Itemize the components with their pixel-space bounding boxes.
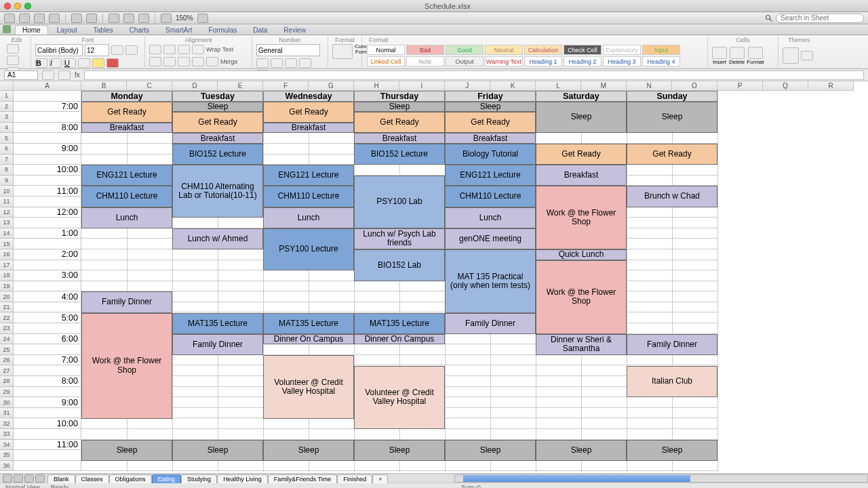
cell-styles-gallery[interactable]: NormalBadGoodNeutralCalculationCheck Cel… [366, 44, 704, 67]
schedule-block[interactable]: Volunteer @ Credit Valley Hospital [354, 366, 445, 430]
column-header[interactable]: G [309, 81, 354, 91]
row-header[interactable]: 34 [0, 440, 14, 451]
sheet-tab[interactable]: Healthy Living [217, 474, 268, 483]
sheet-tab[interactable]: Obligations [109, 474, 152, 483]
search-input[interactable] [776, 14, 864, 23]
schedule-block[interactable]: Lunch w/ Psych Lab friends [354, 228, 445, 249]
row-header[interactable]: 22 [0, 312, 14, 323]
cancel-icon[interactable] [42, 70, 54, 80]
shrink-font-icon[interactable] [125, 45, 138, 55]
ribbon-tab-smartart[interactable]: SmartArt [158, 25, 199, 35]
underline-button[interactable]: U [64, 58, 76, 68]
schedule-block[interactable]: Dinner w Sheri & Samantha [536, 334, 627, 355]
column-headers[interactable]: ABCDEFGHIJKLMNOPQR [0, 81, 868, 91]
sheet-tab[interactable]: Family&Friends Time [268, 474, 338, 483]
align-right-icon[interactable] [178, 57, 190, 66]
schedule-block[interactable]: ENG121 Lecture [263, 165, 354, 186]
grow-font-icon[interactable] [111, 45, 123, 55]
style-swatch[interactable]: Warning Text [485, 56, 523, 66]
style-swatch[interactable]: Good [446, 45, 484, 55]
schedule-block[interactable]: Breakfast [81, 123, 172, 134]
ribbon-tab-formulas[interactable]: Formulas [201, 25, 245, 35]
zoom-level[interactable]: 150% [176, 14, 193, 22]
select-all-corner[interactable] [0, 81, 14, 91]
column-header[interactable]: E [218, 81, 263, 91]
indent-dec-icon[interactable] [192, 57, 204, 66]
schedule-block[interactable]: Sleep [354, 440, 445, 461]
row-header[interactable]: 21 [0, 302, 14, 313]
row-header[interactable]: 14 [0, 228, 14, 239]
column-header[interactable]: K [490, 81, 536, 91]
schedule-block[interactable]: Family Dinner [81, 291, 172, 312]
ribbon-tab-layout[interactable]: Layout [50, 25, 85, 35]
row-header[interactable]: 29 [0, 387, 14, 398]
tab-nav-next-icon[interactable] [24, 474, 34, 483]
column-header[interactable]: P [717, 81, 763, 91]
schedule-block[interactable]: Work @ the Flower Shop [81, 313, 172, 419]
schedule-block[interactable]: Sleep [445, 440, 536, 461]
style-swatch[interactable]: Linked Cell [367, 56, 405, 66]
schedule-block[interactable]: Sleep [627, 440, 717, 461]
row-header[interactable]: 10 [0, 186, 14, 197]
ribbon-tab-home[interactable]: Home [15, 25, 48, 35]
schedule-block[interactable]: Work @ the Flower Shop [536, 186, 627, 249]
schedule-block[interactable]: Family Dinner [445, 313, 536, 334]
column-header[interactable]: R [808, 81, 854, 91]
row-header[interactable]: 13 [0, 218, 14, 228]
row-header[interactable]: 27 [0, 365, 14, 376]
column-header[interactable]: C [127, 81, 172, 91]
schedule-block[interactable]: PSY100 Lecture [263, 228, 354, 270]
column-header[interactable]: Q [763, 81, 808, 91]
align-bottom-icon[interactable] [178, 45, 190, 54]
help-icon[interactable] [161, 14, 172, 23]
italic-button[interactable]: I [50, 58, 62, 68]
schedule-block[interactable]: MAT135 Lecture [263, 313, 354, 334]
row-header[interactable]: 12 [0, 207, 14, 218]
merge-button[interactable]: Merge [220, 58, 238, 65]
row-header[interactable]: 6 [0, 144, 14, 155]
schedule-block[interactable]: BIO152 Lab [354, 249, 445, 281]
column-header[interactable]: O [672, 81, 717, 91]
row-header[interactable]: 26 [0, 355, 14, 366]
fill-button[interactable] [7, 56, 19, 65]
column-header[interactable]: A [14, 81, 81, 91]
add-sheet-button[interactable]: + [372, 474, 388, 483]
schedule-block[interactable]: ENG121 Lecture [81, 165, 172, 186]
schedule-block[interactable]: Dinner On Campus [263, 334, 354, 345]
schedule-block[interactable]: Lunch [445, 207, 536, 228]
home-icon[interactable] [3, 25, 11, 33]
formula-input[interactable] [84, 70, 864, 80]
column-header[interactable]: M [581, 81, 627, 91]
chart-icon[interactable] [138, 14, 149, 23]
schedule-block[interactable]: Work @ the Flower Shop [536, 260, 627, 334]
row-header[interactable]: 32 [0, 418, 14, 429]
save-icon[interactable] [4, 14, 15, 23]
schedule-block[interactable]: Get Ready [627, 144, 717, 165]
row-header[interactable]: 17 [0, 260, 14, 271]
row-header[interactable]: 4 [0, 123, 14, 134]
schedule-block[interactable]: CHM110 Alternating Lab or Tutorial(10-11… [172, 165, 263, 218]
delete-button[interactable] [730, 47, 745, 59]
style-swatch[interactable]: Output [446, 56, 484, 66]
column-header[interactable]: D [172, 81, 218, 91]
undo-icon[interactable] [34, 14, 45, 23]
schedule-block[interactable]: Biology Tutorial [445, 144, 536, 165]
schedule-block[interactable]: Brunch w Chad [627, 186, 717, 207]
schedule-block[interactable]: Sleep [536, 440, 627, 461]
sheet-tab[interactable]: Classes [75, 474, 109, 483]
row-header[interactable]: 25 [0, 344, 14, 355]
view-mode[interactable]: Normal View [5, 484, 40, 489]
schedule-block[interactable]: Volunteer @ Credit Valley Hospital [263, 355, 354, 419]
schedule-block[interactable]: Sleep [536, 102, 627, 134]
schedule-block[interactable]: Italian Club [627, 366, 717, 398]
minimize-icon[interactable] [14, 3, 21, 9]
paste-button[interactable] [7, 44, 19, 54]
schedule-block[interactable]: Quick Lunch [536, 249, 627, 260]
schedule-block[interactable]: Sleep [445, 102, 536, 113]
schedule-block[interactable]: Family Dinner [627, 334, 717, 355]
row-header[interactable]: 36 [0, 461, 14, 472]
confirm-icon[interactable] [58, 70, 71, 80]
schedule-block[interactable]: Sleep [172, 102, 263, 113]
sort-icon[interactable] [108, 14, 119, 23]
column-header[interactable]: B [81, 81, 127, 91]
